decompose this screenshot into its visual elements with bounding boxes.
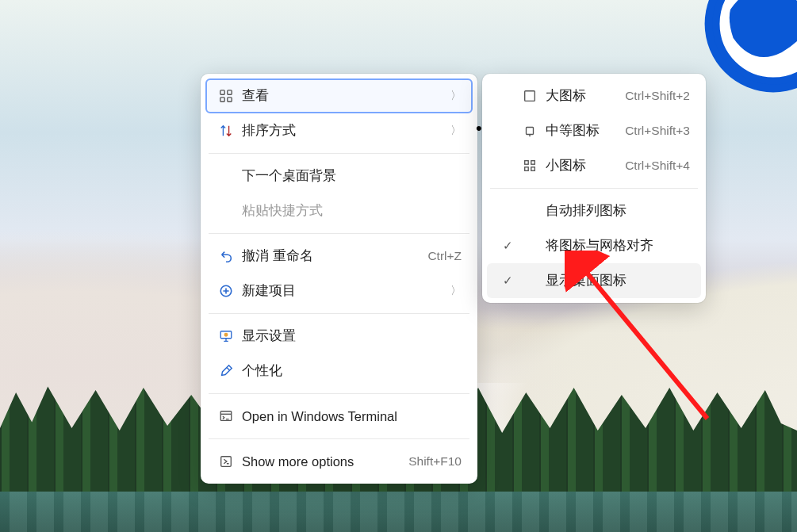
mouse-cursor-icon — [573, 255, 587, 274]
browser-globe-icon[interactable] — [702, 0, 797, 95]
menu-item-undo-rename[interactable]: 撤消 重命名 Ctrl+Z — [205, 239, 473, 274]
sort-icon — [215, 124, 237, 138]
menu-separator — [209, 233, 469, 234]
medium-box-icon — [519, 124, 541, 138]
svg-rect-4 — [228, 90, 232, 94]
menu-item-shortcut: Shift+F10 — [408, 454, 462, 469]
undo-icon — [215, 249, 237, 263]
svg-rect-5 — [220, 98, 224, 101]
menu-separator — [209, 313, 469, 314]
plus-circle-icon — [215, 284, 237, 298]
menu-item-sort[interactable]: 排序方式 〉 — [205, 113, 473, 148]
menu-separator — [490, 188, 698, 189]
menu-item-label: Open in Windows Terminal — [237, 409, 462, 424]
menu-item-label: 粘贴快捷方式 — [237, 202, 462, 220]
menu-item-label: 显示桌面图标 — [541, 272, 690, 289]
menu-item-shortcut: Ctrl+Shift+4 — [625, 159, 690, 173]
menu-item-label: 个性化 — [237, 362, 462, 380]
check-icon: ✓ — [496, 239, 519, 253]
terminal-icon — [215, 409, 237, 423]
submenu-item-medium-icons[interactable]: • 中等图标 Ctrl+Shift+3 — [487, 113, 701, 148]
menu-separator — [209, 438, 469, 439]
menu-item-personalize[interactable]: 个性化 — [205, 354, 473, 388]
svg-rect-14 — [525, 161, 529, 165]
menu-item-shortcut: Ctrl+Z — [427, 249, 462, 263]
chevron-right-icon: 〉 — [450, 284, 462, 298]
display-settings-icon — [215, 329, 237, 343]
menu-item-open-terminal[interactable]: Open in Windows Terminal — [205, 399, 473, 434]
chevron-right-icon: 〉 — [450, 89, 462, 103]
large-box-icon — [519, 89, 541, 103]
menu-item-label: Show more options — [237, 454, 408, 469]
submenu-item-small-icons[interactable]: 小图标 Ctrl+Shift+4 — [487, 148, 701, 183]
menu-item-next-bg[interactable]: 下一个桌面背景 — [205, 159, 473, 193]
view-submenu: 大图标 Ctrl+Shift+2 • 中等图标 Ctrl+Shift+3 小图标… — [482, 74, 706, 303]
grid-icon — [215, 89, 237, 103]
menu-item-shortcut: Ctrl+Shift+3 — [625, 124, 690, 138]
menu-item-label: 中等图标 — [541, 122, 625, 140]
small-grid-icon — [519, 159, 541, 173]
menu-item-label: 将图标与网格对齐 — [541, 237, 690, 255]
check-icon: ✓ — [496, 274, 519, 288]
menu-item-label: 自动排列图标 — [541, 202, 690, 220]
svg-point-9 — [224, 333, 228, 336]
menu-item-display-settings[interactable]: 显示设置 — [205, 319, 473, 354]
chevron-right-icon: 〉 — [450, 124, 462, 138]
menu-item-label: 大图标 — [541, 87, 625, 105]
submenu-item-large-icons[interactable]: 大图标 Ctrl+Shift+2 — [487, 78, 701, 113]
more-options-icon — [215, 454, 237, 469]
submenu-item-auto-arrange[interactable]: 自动排列图标 — [487, 193, 701, 228]
current-selection-bullet: • — [476, 118, 482, 139]
submenu-item-show-desktop-icons[interactable]: ✓ 显示桌面图标 — [487, 263, 701, 298]
menu-item-label: 显示设置 — [237, 327, 462, 345]
menu-item-paste-shortcut: 粘贴快捷方式 — [205, 193, 473, 228]
menu-item-label: 查看 — [237, 87, 444, 105]
menu-item-label: 下一个桌面背景 — [237, 167, 462, 185]
svg-rect-3 — [220, 90, 224, 94]
menu-item-new[interactable]: 新建项目 〉 — [205, 274, 473, 308]
menu-item-label: 撤消 重命名 — [237, 247, 427, 265]
menu-item-label: 排序方式 — [237, 122, 444, 140]
brush-icon — [215, 364, 237, 378]
svg-rect-17 — [531, 167, 535, 171]
svg-rect-16 — [525, 167, 529, 171]
menu-separator — [209, 153, 469, 154]
desktop-context-menu: 查看 〉 排序方式 〉 下一个桌面背景 粘贴快捷方式 撤消 重命名 Ctrl+Z — [201, 74, 477, 484]
menu-item-label: 小图标 — [541, 157, 625, 174]
menu-separator — [209, 393, 469, 394]
svg-rect-6 — [228, 98, 232, 101]
submenu-item-align-to-grid[interactable]: ✓ 将图标与网格对齐 — [487, 228, 701, 263]
svg-rect-15 — [531, 161, 535, 165]
svg-rect-13 — [527, 128, 534, 135]
svg-rect-12 — [525, 91, 535, 101]
menu-item-view[interactable]: 查看 〉 — [205, 78, 473, 113]
menu-item-show-more-options[interactable]: Show more options Shift+F10 — [205, 444, 473, 479]
menu-item-label: 新建项目 — [237, 282, 444, 300]
menu-item-shortcut: Ctrl+Shift+2 — [625, 89, 690, 103]
